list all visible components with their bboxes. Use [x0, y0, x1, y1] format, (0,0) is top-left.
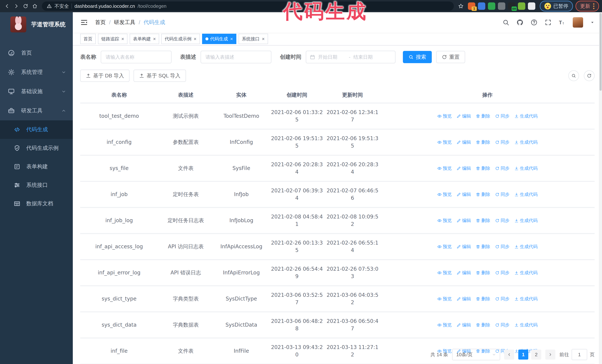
page-scrollbar[interactable]	[599, 12, 602, 364]
import-sql-button[interactable]: 基于 SQL 导入	[134, 70, 186, 82]
tab-代码生成[interactable]: 代码生成 ×	[202, 34, 236, 44]
preview-link[interactable]: 预览	[437, 269, 452, 276]
sync-link[interactable]: 同步	[495, 217, 510, 224]
sync-link[interactable]: 同步	[495, 269, 510, 276]
sidebar-item-系统管理[interactable]: 系统管理	[0, 62, 73, 82]
generate-code-link[interactable]: 生成代码	[514, 269, 538, 276]
breadcrumb-item[interactable]: 代码生成	[144, 19, 165, 26]
date-end-input[interactable]	[353, 54, 382, 60]
tab-close-icon[interactable]: ×	[121, 36, 124, 41]
page-button-2[interactable]: 2	[531, 350, 541, 360]
table-name-input[interactable]	[101, 51, 172, 63]
hamburger-icon[interactable]	[80, 19, 88, 26]
dark-extension-icon[interactable]: on	[508, 2, 515, 10]
orange-extension-icon[interactable]: 1	[468, 2, 475, 10]
delete-link[interactable]: 删除	[476, 217, 490, 224]
preview-link[interactable]: 预览	[437, 217, 452, 224]
reset-button[interactable]: 重置	[436, 51, 465, 63]
generate-code-link[interactable]: 生成代码	[514, 295, 538, 302]
preview-link[interactable]: 预览	[437, 191, 452, 198]
scrollbar-thumb[interactable]	[600, 13, 602, 91]
tab-close-icon[interactable]: ×	[194, 36, 196, 41]
preview-link[interactable]: 预览	[437, 112, 452, 120]
tab-代码生成示例[interactable]: 代码生成示例 ×	[161, 34, 200, 44]
sidebar-item-首页[interactable]: 首页	[0, 43, 73, 62]
browser-back-button[interactable]	[3, 2, 11, 10]
kebab-menu-icon[interactable]	[593, 3, 594, 9]
sync-link[interactable]: 同步	[495, 191, 510, 198]
sidebar-subitem-表单构建[interactable]: 表单构建	[0, 157, 73, 176]
sidebar-subitem-代码生成示例[interactable]: 代码生成示例	[0, 139, 73, 157]
tab-表单构建[interactable]: 表单构建 ×	[130, 34, 159, 44]
edit-link[interactable]: 编辑	[457, 191, 471, 198]
security-label[interactable]: 不安全	[54, 3, 69, 10]
edit-link[interactable]: 编辑	[457, 243, 471, 250]
delete-link[interactable]: 删除	[476, 165, 490, 172]
font-size-icon[interactable]: Tt	[559, 19, 566, 26]
generate-code-link[interactable]: 生成代码	[514, 321, 538, 329]
update-button[interactable]: 更新	[576, 1, 599, 11]
sidebar-subitem-系统接口[interactable]: 系统接口	[0, 176, 73, 194]
green-check-extension-icon[interactable]	[488, 2, 495, 10]
delete-link[interactable]: 删除	[476, 138, 490, 146]
import-db-button[interactable]: 基于 DB 导入	[80, 70, 129, 82]
page-size-select[interactable]: 10条/页	[452, 349, 500, 360]
sidebar-subitem-数据库文档[interactable]: 数据库文档	[0, 194, 73, 213]
search-button[interactable]: 搜索	[403, 51, 432, 63]
github-icon[interactable]	[516, 19, 524, 26]
browser-reload-button[interactable]	[22, 2, 30, 10]
browser-home-button[interactable]	[31, 2, 39, 10]
generate-code-link[interactable]: 生成代码	[514, 165, 538, 172]
edit-link[interactable]: 编辑	[457, 112, 471, 120]
tab-系统接口[interactable]: 系统接口 ×	[239, 34, 268, 44]
fullscreen-icon[interactable]	[545, 19, 552, 26]
table-desc-input[interactable]	[201, 51, 271, 63]
edit-link[interactable]: 编辑	[457, 138, 471, 146]
tab-close-icon[interactable]: ×	[153, 36, 156, 41]
delete-link[interactable]: 删除	[476, 295, 490, 302]
generate-code-link[interactable]: 生成代码	[514, 112, 538, 120]
logo-row[interactable]: 芋道管理系统	[0, 12, 73, 37]
sync-link[interactable]: 同步	[495, 321, 510, 329]
tabs-grid-extension-icon[interactable]	[498, 2, 505, 10]
edit-link[interactable]: 编辑	[457, 295, 471, 302]
sidebar-item-研发工具[interactable]: 研发工具	[0, 101, 73, 120]
next-page-button[interactable]	[545, 350, 555, 360]
page-button-1[interactable]: 1	[518, 350, 528, 360]
delete-link[interactable]: 删除	[476, 321, 490, 329]
delete-link[interactable]: 删除	[476, 243, 490, 250]
help-icon[interactable]	[530, 19, 538, 26]
generate-code-link[interactable]: 生成代码	[514, 217, 538, 224]
search-icon[interactable]	[502, 19, 509, 26]
sync-link[interactable]: 同步	[495, 112, 510, 120]
edit-link[interactable]: 编辑	[457, 217, 471, 224]
edit-link[interactable]: 编辑	[457, 321, 471, 329]
sync-link[interactable]: 同步	[495, 243, 510, 250]
generate-code-link[interactable]: 生成代码	[514, 191, 538, 198]
sidebar-subitem-代码生成[interactable]: 代码生成	[0, 120, 73, 139]
preview-link[interactable]: 预览	[437, 165, 452, 172]
sidebar-item-基础设施[interactable]: 基础设施	[0, 82, 73, 101]
url-path[interactable]: /tool/codegen	[138, 3, 167, 9]
toggle-search-button[interactable]	[568, 70, 579, 81]
preview-link[interactable]: 预览	[437, 138, 452, 146]
breadcrumb-item[interactable]: 首页	[95, 19, 106, 26]
blue-gem-extension-icon[interactable]	[478, 2, 485, 10]
avatar[interactable]	[573, 17, 583, 28]
tab-close-icon[interactable]: ×	[262, 36, 265, 41]
puzzle-extension-icon[interactable]	[528, 2, 535, 10]
sync-link[interactable]: 同步	[495, 295, 510, 302]
tab-链路追踪[interactable]: 链路追踪 ×	[98, 34, 128, 44]
tab-首页[interactable]: 首页	[80, 34, 96, 44]
date-range-input[interactable]: -	[306, 51, 396, 63]
edit-link[interactable]: 编辑	[457, 165, 471, 172]
tab-close-icon[interactable]: ×	[230, 36, 233, 41]
bookmark-star-icon[interactable]	[457, 2, 465, 10]
prev-page-button[interactable]	[504, 350, 514, 360]
preview-link[interactable]: 预览	[437, 243, 452, 250]
sync-link[interactable]: 同步	[495, 138, 510, 146]
generate-code-link[interactable]: 生成代码	[514, 243, 538, 250]
date-start-input[interactable]	[318, 54, 346, 60]
refresh-table-button[interactable]	[584, 70, 595, 81]
delete-link[interactable]: 删除	[476, 269, 490, 276]
